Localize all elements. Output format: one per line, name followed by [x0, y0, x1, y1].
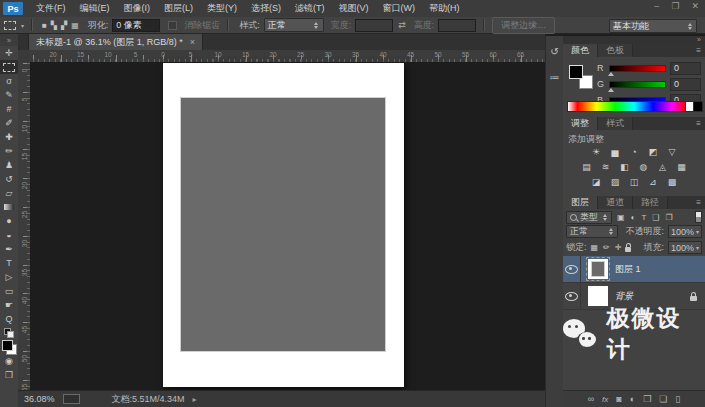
maximize-button[interactable]: ❐ — [671, 1, 679, 11]
type-tool[interactable]: T — [0, 256, 18, 270]
posterize-icon[interactable]: ▨ — [608, 176, 622, 187]
width-input[interactable] — [355, 19, 393, 32]
lasso-tool[interactable]: σ — [0, 74, 18, 88]
levels-icon[interactable]: ▅ — [608, 146, 622, 157]
workspace-dropdown[interactable]: 基本功能 — [609, 19, 697, 33]
pen-tool[interactable]: ✒ — [0, 242, 18, 256]
add-to-selection-icon[interactable]: ▚ — [49, 21, 59, 30]
menu-view[interactable]: 视图(V) — [332, 2, 376, 15]
antialias-checkbox[interactable] — [168, 21, 177, 30]
refine-edge-button[interactable]: 调整边缘… — [492, 17, 555, 34]
new-adjustment-layer-icon[interactable]: ◐ — [630, 394, 635, 404]
black-white-icon[interactable]: ◧ — [618, 161, 632, 172]
gradient-map-icon[interactable]: ▩ — [665, 176, 679, 187]
document-tab[interactable]: 未标题-1 @ 36.1% (图层 1, RGB/8) * × — [28, 34, 203, 50]
properties-panel-icon[interactable]: ≔ — [548, 70, 562, 84]
dodge-tool[interactable]: ◒ — [0, 228, 18, 242]
rectangular-marquee-tool[interactable] — [0, 60, 18, 74]
channel-value[interactable]: 0 — [670, 62, 701, 75]
channel-value[interactable]: 0 — [670, 78, 701, 91]
hand-tool[interactable]: ☛ — [0, 298, 18, 312]
eye-icon[interactable] — [565, 265, 578, 274]
foreground-background-swatches[interactable] — [0, 340, 18, 354]
channels-tab[interactable]: 通道 — [598, 196, 633, 209]
styles-tab[interactable]: 样式 — [598, 117, 633, 130]
menu-help[interactable]: 帮助(H) — [422, 2, 467, 15]
minimize-button[interactable]: – — [654, 1, 659, 11]
tool-preset-caret-icon[interactable]: ▾ — [21, 22, 24, 29]
panel-menu-icon[interactable]: ≡ — [696, 117, 705, 130]
layer-thumbnail[interactable] — [588, 259, 608, 279]
swap-colors[interactable] — [0, 326, 18, 340]
threshold-icon[interactable]: ◫ — [627, 176, 641, 187]
brightness-contrast-icon[interactable]: ☀ — [589, 146, 603, 157]
layers-tab[interactable]: 图层 — [563, 196, 598, 209]
link-layers-icon[interactable]: ∞ — [588, 394, 594, 404]
exposure-icon[interactable]: ◩ — [646, 146, 660, 157]
close-button[interactable]: ✕ — [691, 1, 699, 11]
history-panel-icon[interactable]: ↺ — [548, 44, 562, 58]
spectrum-black-swatch[interactable] — [693, 101, 703, 112]
selective-color-icon[interactable]: ⊿ — [646, 176, 660, 187]
curves-icon[interactable]: ◔ — [627, 146, 641, 157]
height-input[interactable] — [438, 19, 476, 32]
layer-style-icon[interactable]: fx — [602, 395, 608, 404]
color-lookup-icon[interactable]: ▦ — [675, 161, 689, 172]
swap-width-height-icon[interactable]: ⇄ — [398, 20, 406, 30]
eye-icon[interactable] — [565, 292, 578, 301]
filter-type-layers-icon[interactable]: T — [641, 213, 646, 222]
layer1-gray-rectangle[interactable] — [180, 97, 386, 352]
slider-thumb-icon[interactable] — [608, 69, 614, 76]
channel-slider-g[interactable] — [609, 81, 666, 88]
move-tool[interactable]: ✛ — [0, 46, 18, 60]
quick-mask-mode[interactable]: ◉ — [0, 354, 18, 368]
subtract-from-selection-icon[interactable]: ▞ — [59, 21, 69, 30]
status-menu-arrow-icon[interactable]: ▸ — [193, 395, 197, 404]
marquee-tool-icon[interactable] — [4, 21, 16, 30]
swatches-tab[interactable]: 色板 — [598, 44, 633, 57]
filter-shape-layers-icon[interactable]: ❑ — [652, 213, 659, 222]
new-group-icon[interactable]: ❒ — [643, 394, 651, 404]
opacity-field[interactable]: 100% ▾ — [668, 225, 702, 238]
history-brush-tool[interactable]: ↺ — [0, 172, 18, 186]
eraser-tool[interactable]: ▱ — [0, 186, 18, 200]
clone-stamp-tool[interactable]: ♟ — [0, 158, 18, 172]
style-dropdown[interactable]: 正常 — [264, 18, 324, 32]
toolbar-collapse-icon[interactable]: » — [0, 34, 18, 46]
menu-select[interactable]: 选择(S) — [244, 2, 288, 15]
lock-position-icon[interactable]: ✛ — [615, 243, 622, 252]
color-tab[interactable]: 颜色 — [563, 44, 598, 57]
quick-selection-tool[interactable]: ✎ — [0, 88, 18, 102]
color-spectrum-bar[interactable] — [567, 101, 687, 112]
adjustments-tab[interactable]: 调整 — [563, 117, 598, 130]
panel-menu-icon[interactable]: ≡ — [696, 44, 705, 57]
dock-collapse-icon[interactable]: » — [563, 36, 705, 44]
layer-filter-dropdown[interactable]: 类型 — [566, 211, 612, 224]
layer-row[interactable]: 图层 1 — [563, 256, 705, 283]
blend-mode-dropdown[interactable]: 正常 — [566, 225, 618, 238]
lock-all-icon[interactable] — [625, 247, 631, 252]
menu-file[interactable]: 文件(F) — [29, 2, 73, 15]
filter-adjustment-layers-icon[interactable]: ◐ — [631, 213, 636, 222]
slider-thumb-icon[interactable] — [608, 85, 614, 92]
menu-layer[interactable]: 图层(L) — [157, 2, 200, 15]
panel-menu-icon[interactable]: ≡ — [696, 196, 705, 209]
visibility-cell[interactable] — [563, 256, 581, 282]
rectangle-tool[interactable]: ▭ — [0, 284, 18, 298]
gradient-tool[interactable] — [0, 200, 18, 214]
new-selection-icon[interactable]: ■ — [40, 21, 49, 30]
intersect-selection-icon[interactable]: ▦ — [69, 21, 81, 30]
color-balance-icon[interactable]: ≋ — [599, 161, 613, 172]
blur-tool[interactable]: ● — [0, 214, 18, 228]
delete-layer-icon[interactable]: ▯ — [675, 394, 680, 404]
menu-filter[interactable]: 滤镜(T) — [288, 2, 332, 15]
filter-smart-objects-icon[interactable]: ❐ — [665, 213, 672, 222]
zoom-level-field[interactable]: 36.08% — [24, 394, 55, 404]
vibrance-icon[interactable]: ▽ — [665, 146, 679, 157]
menu-type[interactable]: 类型(Y) — [200, 2, 244, 15]
new-layer-icon[interactable]: ❏ — [659, 394, 667, 404]
channel-slider-r[interactable] — [609, 65, 666, 72]
lock-transparent-pixels-icon[interactable]: ▦ — [591, 243, 599, 252]
lock-image-pixels-icon[interactable]: ✏ — [603, 243, 610, 252]
eyedropper-tool[interactable]: ✐ — [0, 116, 18, 130]
